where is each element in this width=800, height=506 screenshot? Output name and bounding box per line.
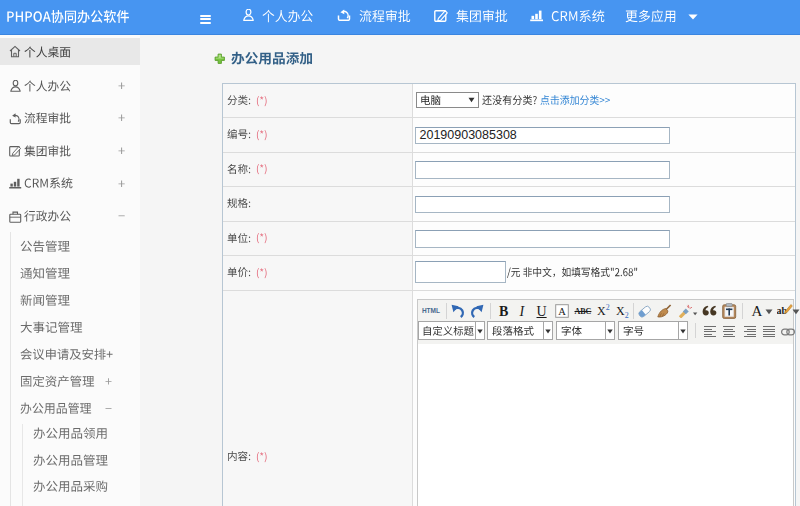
- svg-text:ab: ab: [777, 305, 788, 316]
- svg-text:A: A: [558, 306, 566, 317]
